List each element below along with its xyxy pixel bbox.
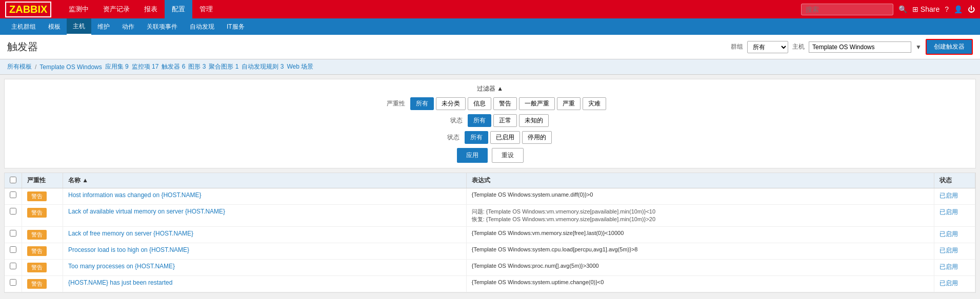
row-checkbox[interactable] bbox=[10, 263, 16, 269]
group-select[interactable]: 所有 bbox=[747, 41, 788, 53]
status1-buttons: 所有 正常 未知的 bbox=[468, 114, 549, 127]
nav-config[interactable]: 配置 bbox=[165, 0, 192, 18]
col-checkbox bbox=[5, 173, 22, 188]
logo-z: Z bbox=[9, 4, 15, 15]
severity-badge: 警告 bbox=[27, 246, 47, 256]
expr-text: {Template OS Windows:vm.memory.size[free… bbox=[472, 230, 624, 236]
host-label: 主机 bbox=[792, 42, 805, 51]
col-status-header: 状态 bbox=[934, 173, 975, 188]
status2-all[interactable]: 所有 bbox=[465, 131, 488, 144]
row-checkbox[interactable] bbox=[10, 208, 16, 215]
trigger-name-link[interactable]: Lack of free memory on server {HOST.NAME… bbox=[68, 230, 193, 237]
subnav-itservices[interactable]: IT服务 bbox=[221, 18, 251, 35]
trigger-name-link[interactable]: {HOST.NAME} has just been restarted bbox=[68, 279, 172, 286]
host-dropdown-icon[interactable]: ▼ bbox=[915, 44, 922, 51]
subnav-hostgroups[interactable]: 主机群组 bbox=[5, 18, 42, 35]
trigger-name-link[interactable]: Too many processes on {HOST.NAME} bbox=[68, 263, 175, 270]
help-icon[interactable]: ? bbox=[945, 5, 949, 13]
breadcrumb-discovery-rules[interactable]: 自动发现规则 3 bbox=[242, 62, 284, 71]
col-expression-header: 表达式 bbox=[466, 173, 934, 188]
subnav-actions[interactable]: 动作 bbox=[116, 18, 141, 35]
trigger-name-link[interactable]: Lack of available virtual memory on serv… bbox=[68, 208, 225, 215]
breadcrumb-graphs[interactable]: 图形 3 bbox=[188, 62, 206, 71]
trigger-status[interactable]: 已启用 bbox=[939, 263, 958, 270]
breadcrumb: 所有模板 / Template OS Windows 应用集 9 监控项 17 … bbox=[0, 59, 980, 75]
filter-section: 过滤器 ▲ 严重性 所有 未分类 信息 警告 一般严重 严重 灾难 状态 所有 … bbox=[4, 79, 976, 168]
page-header: 触发器 群组 所有 主机 ▼ 创建触发器 bbox=[0, 35, 980, 59]
breadcrumb-items[interactable]: 监控项 17 bbox=[132, 62, 159, 71]
row-checkbox[interactable] bbox=[10, 191, 16, 198]
breadcrumb-web-scenarios[interactable]: Web 场景 bbox=[287, 62, 314, 71]
status2-disabled[interactable]: 停用的 bbox=[522, 131, 552, 144]
status1-normal[interactable]: 正常 bbox=[493, 114, 517, 127]
status1-unknown[interactable]: 未知的 bbox=[519, 114, 549, 127]
col-name-header[interactable]: 名称 ▲ bbox=[63, 173, 467, 188]
row-checkbox[interactable] bbox=[10, 230, 16, 237]
subnav-discovery[interactable]: 自动发现 bbox=[184, 18, 221, 35]
status1-filter-row: 状态 所有 正常 未知的 bbox=[10, 114, 970, 127]
subnav-maintenance[interactable]: 维护 bbox=[91, 18, 116, 35]
table-row: 警告Processor load is too high on {HOST.NA… bbox=[5, 243, 975, 260]
severity-all[interactable]: 所有 bbox=[410, 97, 434, 110]
search-icon[interactable]: 🔍 bbox=[898, 5, 907, 13]
severity-high[interactable]: 严重 bbox=[557, 97, 581, 110]
severity-info[interactable]: 信息 bbox=[468, 97, 491, 110]
subnav-correlations[interactable]: 关联项事件 bbox=[141, 18, 184, 35]
trigger-status[interactable]: 已启用 bbox=[939, 208, 958, 216]
severity-filter-row: 严重性 所有 未分类 信息 警告 一般严重 严重 灾难 bbox=[10, 97, 970, 110]
breadcrumb-screens[interactable]: 聚合图形 1 bbox=[209, 62, 238, 71]
status2-buttons: 所有 已启用 停用的 bbox=[465, 131, 552, 144]
trigger-status[interactable]: 已启用 bbox=[939, 280, 958, 287]
status1-all[interactable]: 所有 bbox=[468, 114, 491, 127]
severity-disaster[interactable]: 灾难 bbox=[583, 97, 606, 110]
logout-icon[interactable]: ⏻ bbox=[968, 5, 975, 13]
trigger-status[interactable]: 已启用 bbox=[939, 192, 958, 199]
expr-text: {Template OS Windows:system.cpu.load[per… bbox=[472, 246, 638, 252]
severity-unclassified[interactable]: 未分类 bbox=[436, 97, 466, 110]
reset-button[interactable]: 重设 bbox=[492, 148, 524, 163]
row-checkbox[interactable] bbox=[10, 246, 16, 253]
nav-admin[interactable]: 管理 bbox=[192, 0, 220, 18]
severity-average[interactable]: 一般严重 bbox=[519, 97, 555, 110]
logo-rest: ABBIX bbox=[15, 4, 47, 15]
page-title: 触发器 bbox=[7, 40, 731, 54]
search-input[interactable] bbox=[801, 4, 893, 15]
expression-cell: {Template OS Windows:system.cpu.load[per… bbox=[466, 243, 934, 260]
nav-reports[interactable]: 报表 bbox=[137, 0, 165, 18]
share-icon[interactable]: ⊞ Share bbox=[912, 5, 939, 13]
nav-assets[interactable]: 资产记录 bbox=[96, 0, 137, 18]
expression-cell: 问题: {Template OS Windows:vm.vmemory.size… bbox=[466, 205, 934, 227]
table-row: 警告Lack of free memory on server {HOST.NA… bbox=[5, 227, 975, 243]
trigger-status[interactable]: 已启用 bbox=[939, 247, 958, 254]
subnav-templates[interactable]: 模板 bbox=[42, 18, 67, 35]
trigger-name-link[interactable]: Host information was changed on {HOST.NA… bbox=[68, 191, 201, 199]
breadcrumb-triggers[interactable]: 触发器 6 bbox=[162, 62, 185, 71]
expr-text: {Template OS Windows:proc.num[].avg(5m)}… bbox=[472, 263, 599, 269]
severity-badge: 警告 bbox=[27, 230, 47, 240]
group-label: 群组 bbox=[731, 42, 743, 51]
top-nav-right: 🔍 ⊞ Share ? 👤 ⏻ bbox=[801, 4, 975, 15]
filter-toggle[interactable]: 过滤器 ▲ bbox=[10, 84, 970, 97]
row-checkbox[interactable] bbox=[10, 279, 16, 286]
status2-label: 状态 bbox=[429, 133, 459, 142]
select-all-checkbox[interactable] bbox=[10, 177, 16, 183]
status2-enabled[interactable]: 已启用 bbox=[490, 131, 520, 144]
severity-badge: 警告 bbox=[27, 263, 47, 272]
host-input[interactable] bbox=[809, 41, 911, 53]
expression-cell: {Template OS Windows:system.uptime.chang… bbox=[466, 276, 934, 292]
top-navigation: ZABBIX 监测中 资产记录 报表 配置 管理 🔍 ⊞ Share ? 👤 ⏻ bbox=[0, 0, 980, 18]
subnav-hosts[interactable]: 主机 bbox=[67, 18, 91, 35]
severity-badge: 警告 bbox=[27, 279, 47, 289]
expression-cell: {Template OS Windows:vm.memory.size[free… bbox=[466, 227, 934, 243]
breadcrumb-template-name[interactable]: Template OS Windows bbox=[39, 63, 102, 71]
triggers-table: 严重性 名称 ▲ 表达式 状态 警告Host information was c… bbox=[5, 173, 975, 292]
trigger-status[interactable]: 已启用 bbox=[939, 230, 958, 238]
apply-button[interactable]: 应用 bbox=[457, 148, 488, 163]
user-icon[interactable]: 👤 bbox=[954, 5, 963, 13]
create-trigger-button[interactable]: 创建触发器 bbox=[926, 39, 973, 55]
breadcrumb-all-templates[interactable]: 所有模板 bbox=[7, 62, 32, 71]
nav-monitor[interactable]: 监测中 bbox=[62, 0, 96, 18]
severity-warning[interactable]: 警告 bbox=[493, 97, 517, 110]
trigger-name-link[interactable]: Processor load is too high on {HOST.NAME… bbox=[68, 246, 189, 253]
breadcrumb-appsets[interactable]: 应用集 9 bbox=[105, 62, 129, 71]
